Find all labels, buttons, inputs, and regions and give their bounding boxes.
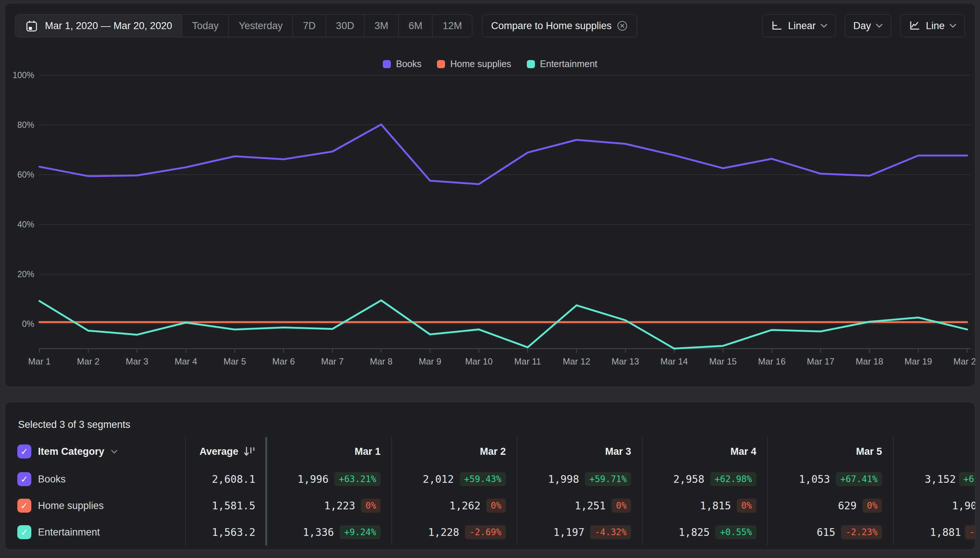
change-badge: 0% [862, 499, 882, 513]
value-cell-books-mar-5: 1,053+67.41% [767, 466, 893, 492]
x-axis-label: Mar 4 [175, 356, 197, 366]
x-axis-label: Mar 15 [709, 356, 737, 366]
x-axis-label: Mar 6 [272, 356, 295, 366]
item-category-label: Item Category [38, 446, 104, 457]
x-axis-label: Mar 19 [905, 356, 932, 366]
cell-value: 2,958 [674, 473, 705, 486]
value-cell-books-mar-3: 1,998+59.71% [517, 466, 642, 492]
chevron-down-icon [821, 24, 828, 28]
value-cell-entertainment-mar-5: 615-2.23% [767, 519, 893, 545]
value-cell-books-clipped: 3,152+6 [893, 466, 975, 492]
category-label: Books [38, 474, 66, 485]
change-badge: +67.41% [836, 472, 882, 486]
date-range-button[interactable]: Mar 1, 2020 — Mar 20, 2020 [15, 15, 182, 37]
cell-value: 1,336 [303, 526, 334, 538]
chevron-down-icon [876, 24, 883, 28]
granularity-label: Day [853, 20, 871, 32]
cell-value: 1,815 [700, 500, 731, 512]
row-checkbox-entertainment[interactable]: ✓ [17, 525, 31, 539]
cell-value: 1,996 [298, 473, 329, 486]
day-header-mar-3: Mar 3 [517, 437, 642, 466]
preset-yesterday[interactable]: Yesterday [228, 15, 293, 37]
linear-axis-icon [771, 20, 783, 31]
row-checkbox-home-supplies[interactable]: ✓ [17, 499, 31, 513]
legend-item-home-supplies[interactable]: Home supplies [437, 59, 511, 69]
compare-label: Compare to Home supplies [491, 20, 611, 32]
value-cell-entertainment-mar-2: 1,228-2.69% [392, 519, 517, 545]
preset-30d[interactable]: 30D [326, 15, 364, 37]
average-cell-books: 2,608.1 [185, 466, 265, 492]
y-axis-label: 40% [17, 220, 34, 229]
y-axis-label: 100% [13, 71, 34, 80]
value-cell-home-supplies-mar-2: 1,2620% [392, 492, 517, 519]
cell-value: 2,012 [423, 473, 454, 486]
day-header-clipped [893, 437, 975, 466]
x-axis-label: Mar 12 [562, 356, 590, 366]
legend-item-books[interactable]: Books [383, 59, 421, 69]
y-axis-label: 0% [22, 319, 34, 329]
day-header-mar-5: Mar 5 [767, 437, 893, 466]
series-line-entertainment [39, 300, 967, 349]
selected-segments-title: Selected 3 of 3 segments [18, 419, 130, 430]
x-axis-label: Mar 9 [419, 356, 441, 366]
legend-swatch-icon [383, 60, 391, 68]
preset-7d[interactable]: 7D [293, 15, 326, 37]
cell-value: 1,881 [930, 526, 961, 538]
preset-6m[interactable]: 6M [398, 15, 433, 37]
check-icon: ✓ [21, 501, 28, 511]
preset-today[interactable]: Today [182, 15, 228, 37]
x-axis-label: Mar 8 [370, 356, 392, 366]
x-axis-label: Mar 11 [514, 356, 541, 366]
item-category-header[interactable]: ✓Item Category [5, 437, 185, 466]
day-header-mar-2: Mar 2 [392, 437, 517, 466]
granularity-select[interactable]: Day [845, 15, 891, 37]
cell-value: 3,152 [925, 473, 956, 486]
average-value: 2,608.1 [212, 473, 255, 486]
cell-value: 615 [817, 526, 836, 538]
cell-value: 1,262 [449, 500, 480, 512]
preset-12m[interactable]: 12M [432, 15, 472, 37]
chart-type-select[interactable]: Line [900, 15, 965, 37]
cell-value: 1,251 [575, 500, 606, 512]
line-chart-icon [908, 20, 921, 31]
date-range-control: Mar 1, 2020 — Mar 20, 2020 TodayYesterda… [15, 15, 472, 37]
sort-descending-icon[interactable] [244, 446, 255, 457]
x-axis-label: Mar 3 [126, 356, 148, 366]
change-badge: +59.43% [460, 472, 506, 486]
day-header-label: Mar 5 [856, 446, 882, 457]
legend-label: Entertainment [540, 59, 598, 69]
change-badge: 0% [361, 499, 380, 513]
x-axis-label: Mar 16 [758, 356, 786, 366]
scale-select[interactable]: Linear [762, 15, 836, 37]
x-axis-label: Mar 5 [223, 356, 246, 366]
value-cell-entertainment-mar-4: 1,825+0.55% [642, 519, 767, 545]
chart-legend: BooksHome suppliesEntertainment [5, 59, 975, 69]
value-cell-home-supplies-clipped: 1,90 [893, 492, 975, 519]
average-header[interactable]: Average [185, 437, 265, 466]
legend-label: Books [396, 59, 421, 69]
legend-label: Home supplies [450, 59, 511, 69]
check-icon: ✓ [21, 446, 28, 457]
change-badge: -4.32% [590, 525, 631, 539]
category-label: Home supplies [38, 500, 104, 512]
legend-item-entertainment[interactable]: Entertainment [527, 59, 598, 69]
compare-chip[interactable]: Compare to Home supplies [482, 15, 637, 37]
y-axis-label: 60% [17, 170, 34, 179]
x-axis-label: Mar 18 [856, 356, 883, 366]
change-badge: -2.69% [465, 525, 506, 539]
chart-card: Mar 1, 2020 — Mar 20, 2020 TodayYesterda… [5, 3, 975, 387]
series-line-books [39, 125, 967, 184]
x-axis-label: Mar 20 [954, 356, 975, 366]
cell-value: 1,223 [324, 500, 355, 512]
x-axis-label: Mar 14 [660, 356, 688, 366]
cell-value: 1,228 [428, 526, 459, 538]
value-cell-entertainment-clipped: 1,881- [893, 519, 975, 545]
row-checkbox-books[interactable]: ✓ [17, 472, 31, 486]
average-label: Average [199, 446, 238, 457]
legend-swatch-icon [527, 60, 535, 68]
dismiss-compare-icon[interactable] [617, 20, 628, 31]
x-axis-label: Mar 7 [321, 356, 343, 366]
toolbar: Mar 1, 2020 — Mar 20, 2020 TodayYesterda… [15, 15, 965, 37]
select-all-checkbox[interactable]: ✓ [17, 445, 31, 458]
preset-3m[interactable]: 3M [364, 15, 398, 37]
